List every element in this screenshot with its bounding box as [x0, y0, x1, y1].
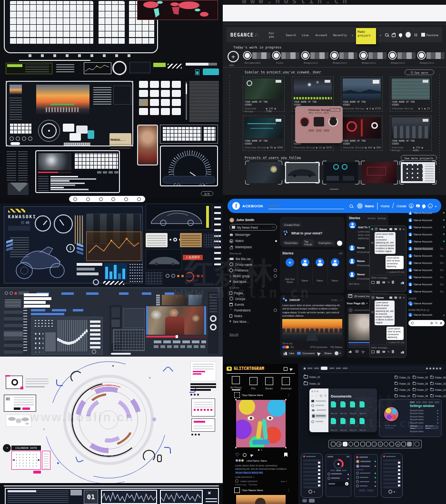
- dock-app[interactable]: ✈: [396, 442, 400, 446]
- nav-name[interactable]: Name: [365, 204, 374, 208]
- dock-app-active[interactable]: [343, 442, 347, 446]
- contact-row[interactable]: [356, 480, 376, 483]
- stories-all-link[interactable]: All: [339, 252, 342, 255]
- chat-write-input[interactable]: Write message...: [371, 346, 405, 349]
- comment-button[interactable]: Comment: [297, 352, 315, 355]
- contact-row[interactable]: Name AccountOn..: [408, 281, 445, 288]
- desktop-folder-left-1[interactable]: Folder_01: [304, 375, 320, 378]
- player-bar[interactable]: ▶: [327, 482, 349, 486]
- contact-row[interactable]: [356, 472, 376, 475]
- avatar[interactable]: [406, 32, 411, 38]
- tab-my-photos[interactable]: My Photos: [230, 376, 242, 390]
- project-card-7[interactable]: YOUR NAME OF THE VIDEO Chainsaw Design● …: [341, 116, 383, 151]
- action-photo-video[interactable]: Photo/Video: [282, 241, 300, 245]
- menu-icon[interactable]: [304, 368, 306, 369]
- mic-icon[interactable]: [392, 350, 394, 353]
- contact-row[interactable]: Name AccountOn..: [408, 266, 445, 273]
- chat-settings-icon[interactable]: ⚙: [399, 227, 401, 231]
- contact-row[interactable]: Name AccountOn..: [408, 245, 445, 252]
- leave-comment-input[interactable]: Leave comment: [240, 480, 258, 483]
- sidebar-item-marketplace[interactable]: Marketplace: [229, 244, 277, 250]
- edit-icon[interactable]: ✎: [435, 321, 438, 325]
- tab-download[interactable]: Download: [281, 377, 291, 390]
- bookmark-icon[interactable]: [284, 453, 287, 457]
- project-card-3[interactable]: YOUR NAME OF THE VIDEO Chainsaw Design● …: [341, 77, 383, 112]
- keyboard-main[interactable]: [10, 1, 93, 45]
- dock-app-filled[interactable]: [407, 442, 412, 446]
- gif-icon[interactable]: [371, 281, 375, 284]
- camera-icon[interactable]: [382, 281, 385, 283]
- fader-bars[interactable]: [90, 319, 100, 349]
- notifications-icon[interactable]: [422, 204, 426, 208]
- begance-nav-recently[interactable]: Recently: [333, 33, 347, 37]
- dots-row[interactable]: [169, 238, 181, 242]
- desktop-folder[interactable]: Folder_10: [430, 382, 446, 385]
- keyboard3[interactable]: [162, 127, 201, 141]
- group-name[interactable]: GROUP: [289, 299, 300, 301]
- see-more-button[interactable]: See more: [405, 69, 434, 75]
- dock-app[interactable]: [366, 442, 371, 446]
- desktop-folder[interactable]: Folder_07: [412, 388, 428, 391]
- file-item[interactable]: File_01: [359, 401, 366, 416]
- video-call-icon[interactable]: [389, 228, 392, 230]
- knob-cluster[interactable]: [166, 274, 184, 278]
- more-dots-icon[interactable]: ⋯: [272, 225, 275, 229]
- channel-0[interactable]: [244, 52, 270, 59]
- folder-icon[interactable]: [309, 499, 315, 503]
- file-item[interactable]: File_01: [331, 401, 337, 416]
- search-icon[interactable]: [320, 395, 322, 397]
- action-feeling[interactable]: Feeling/Act...: [317, 241, 335, 245]
- keyboard3-pad[interactable]: [203, 127, 216, 141]
- file-item[interactable]: File_01: [340, 418, 347, 432]
- list-icon[interactable]: ≡: [325, 394, 327, 397]
- see-more-projects-button[interactable]: See more projects: [401, 155, 437, 161]
- movie-progress[interactable]: [146, 336, 206, 338]
- project-card-8[interactable]: YOUR NAME OF THE VIDEO Chainsaw Design● …: [390, 116, 432, 151]
- card-author[interactable]: Chainsaw Design: [392, 146, 413, 152]
- contact-row[interactable]: Name Account▾: [408, 311, 445, 318]
- post-menu-icon[interactable]: ⋮: [287, 393, 290, 397]
- pencil-icon[interactable]: ✎: [387, 350, 390, 353]
- sidebar-see-more-1[interactable]: ▾See More...: [229, 279, 277, 284]
- dock-trash[interactable]: [415, 442, 419, 446]
- begance-nav-live[interactable]: Live: [302, 33, 308, 37]
- camera-icon[interactable]: [382, 351, 385, 353]
- desktop-folder[interactable]: Folder_09: [430, 376, 446, 379]
- chat-close-icon[interactable]: ×: [403, 228, 405, 231]
- up-icon[interactable]: ↑: [316, 394, 317, 397]
- settings-button-1[interactable]: Settings menu: [410, 426, 423, 429]
- menu-item[interactable]: [307, 368, 312, 369]
- channel-5[interactable]: [389, 52, 416, 59]
- post-username[interactable]: Your Name Here: [242, 394, 263, 397]
- sidebar-item-groups[interactable]: Groups: [229, 296, 277, 301]
- mix-knob[interactable]: [92, 349, 96, 354]
- gif-icon[interactable]: [371, 350, 375, 353]
- post-show-link[interactable]: Show-org: [282, 342, 342, 345]
- h-scrollbar[interactable]: [111, 353, 131, 355]
- desktop-folder[interactable]: Folder_02: [394, 382, 410, 385]
- image-icon[interactable]: [377, 281, 380, 284]
- popup-knob-1[interactable]: [300, 117, 309, 126]
- knob-row[interactable]: [10, 136, 38, 141]
- pencil-icon[interactable]: ✎: [387, 281, 390, 284]
- keyboard4[interactable]: [74, 153, 118, 169]
- sidebar-item-events[interactable]: Events: [229, 301, 277, 307]
- desktop-folder[interactable]: Folder_05: [412, 376, 428, 379]
- chat-bubble-icon[interactable]: [302, 499, 307, 502]
- author-popup[interactable]: Chainsaw Design New folio 2021 Follow: [295, 106, 343, 143]
- contact-row[interactable]: Name AccountOn..: [408, 259, 445, 266]
- popup-knob-2[interactable]: [328, 117, 338, 126]
- sidebar-item-messenger[interactable]: Messenger: [229, 232, 277, 238]
- contacts-search-pill[interactable]: ⚙ ✎ A: [408, 320, 445, 326]
- channel-1[interactable]: [273, 52, 299, 59]
- create-post-prompt[interactable]: What in your mind?: [291, 232, 322, 235]
- contact-row[interactable]: Name Account: [408, 300, 445, 307]
- tab-film[interactable]: Film: [249, 377, 258, 390]
- video-call-icon[interactable]: [389, 296, 392, 298]
- track-row[interactable]: ▲: [327, 477, 349, 480]
- follow-thumb-3[interactable]: [324, 162, 358, 183]
- tab-stream[interactable]: Stream: [265, 377, 273, 390]
- contact-row[interactable]: Name Account: [408, 231, 445, 238]
- dock-app[interactable]: [348, 442, 353, 446]
- transport-row2[interactable]: [154, 345, 206, 348]
